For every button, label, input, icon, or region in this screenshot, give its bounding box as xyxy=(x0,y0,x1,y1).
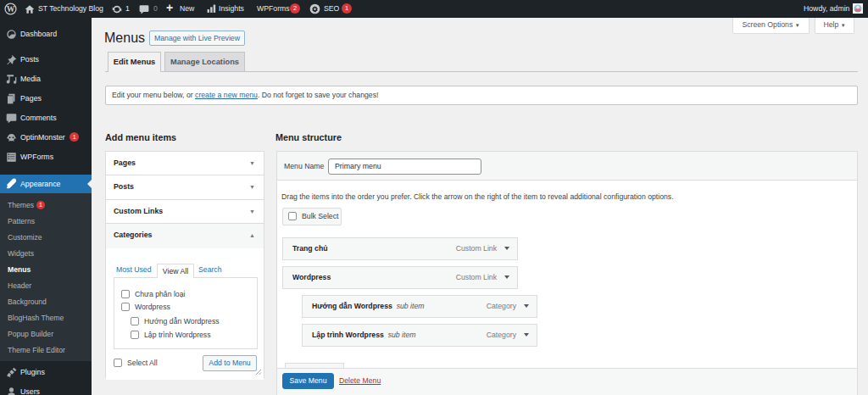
svg-text:W: W xyxy=(7,4,15,14)
